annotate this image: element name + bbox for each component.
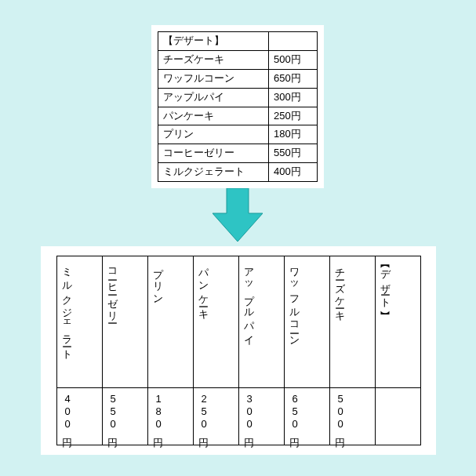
table-row: ミルクジェラート 400円 (158, 163, 318, 182)
item-name-row: ミルクジェラート コーヒーゼリー プリン パンケーキ アップルパイ ワッフルコー… (56, 256, 420, 388)
table-row: アップルパイ 300円 (158, 88, 318, 107)
item-price-cell: 550円 (102, 388, 147, 445)
item-name-cell: パンケーキ (193, 256, 238, 388)
item-price-cell: 250円 (193, 388, 238, 445)
empty-price-header (269, 32, 318, 51)
item-name: ミルクジェラート (158, 163, 269, 182)
item-price: 180円 (269, 125, 318, 144)
item-price-cell: 180円 (147, 388, 193, 445)
item-name-cell: アップルパイ (238, 256, 284, 388)
table-row: プリン 180円 (158, 125, 318, 144)
item-name-cell: ミルクジェラート (56, 256, 102, 388)
item-name: アップルパイ (158, 88, 269, 107)
item-price-row: 400円 550円 180円 250円 300円 650円 500円 (56, 388, 420, 445)
item-name: コーヒーゼリー (158, 144, 269, 163)
item-price: 650円 (269, 69, 318, 88)
item-name: ワッフルコーン (158, 69, 269, 88)
item-name: パンケーキ (158, 107, 269, 125)
item-price-cell: 650円 (284, 388, 329, 445)
item-price: 500円 (269, 50, 318, 69)
item-price-cell: 400円 (56, 388, 102, 445)
table-header-row: 【デザート】 (158, 32, 318, 51)
item-price: 250円 (269, 107, 318, 125)
table-row: ワッフルコーン 650円 (158, 69, 318, 88)
item-price: 400円 (269, 163, 318, 182)
category-header-cell: 【デザート】 (375, 256, 420, 388)
item-name: プリン (158, 125, 269, 144)
dessert-table-vertical: 【デザート】 チーズケーキ 500円 ワッフルコーン 650円 アップルパイ 3… (158, 31, 318, 182)
transform-arrow-icon (213, 188, 263, 243)
empty-price-cell (375, 388, 420, 445)
transposed-table-panel: ミルクジェラート コーヒーゼリー プリン パンケーキ アップルパイ ワッフルコー… (41, 246, 436, 455)
item-name-cell: プリン (147, 256, 193, 388)
item-name-cell: コーヒーゼリー (102, 256, 147, 388)
item-price-cell: 500円 (329, 388, 375, 445)
category-header: 【デザート】 (158, 32, 269, 51)
table-row: パンケーキ 250円 (158, 107, 318, 125)
item-price: 550円 (269, 144, 318, 163)
item-price-cell: 300円 (238, 388, 284, 445)
svg-marker-0 (213, 188, 263, 242)
original-table-panel: 【デザート】 チーズケーキ 500円 ワッフルコーン 650円 アップルパイ 3… (151, 25, 324, 188)
table-row: コーヒーゼリー 550円 (158, 144, 318, 163)
item-price: 300円 (269, 88, 318, 107)
table-row: チーズケーキ 500円 (158, 50, 318, 69)
item-name-cell: ワッフルコーン (284, 256, 329, 388)
dessert-table-transposed: ミルクジェラート コーヒーゼリー プリン パンケーキ アップルパイ ワッフルコー… (56, 256, 421, 445)
item-name-cell: チーズケーキ (329, 256, 375, 388)
item-name: チーズケーキ (158, 50, 269, 69)
